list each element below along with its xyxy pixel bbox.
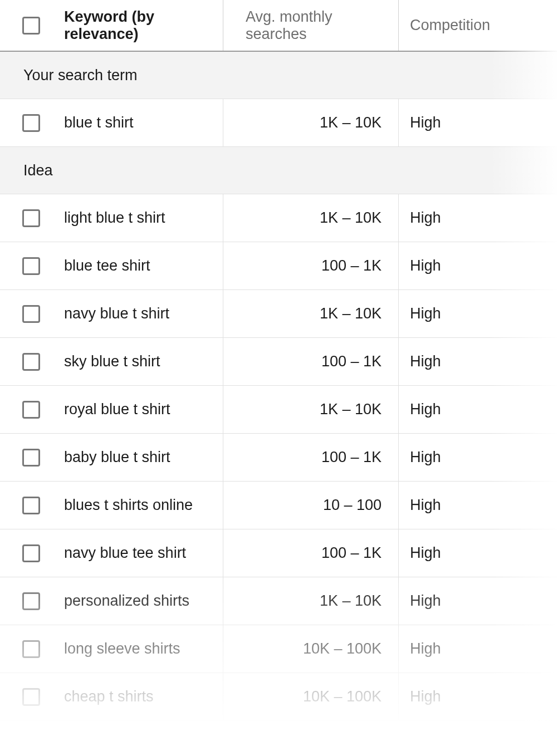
- searches-cell: 10K – 100K: [223, 673, 398, 720]
- competition-cell: High: [398, 577, 557, 625]
- keyword-table: Keyword (by relevance) Avg. monthly sear…: [0, 0, 557, 721]
- row-checkbox[interactable]: [22, 449, 40, 467]
- header-keyword[interactable]: Keyword (by relevance): [64, 8, 223, 43]
- searches-cell: 1K – 10K: [223, 194, 398, 242]
- table-header-row: Keyword (by relevance) Avg. monthly sear…: [0, 0, 557, 52]
- row-checkbox[interactable]: [22, 592, 40, 610]
- keyword-cell[interactable]: royal blue t shirt: [64, 401, 223, 418]
- table-row: sky blue t shirt100 – 1KHigh: [0, 338, 557, 386]
- row-checkbox[interactable]: [22, 688, 40, 706]
- table-row: navy blue tee shirt100 – 1KHigh: [0, 529, 557, 577]
- competition-cell: High: [398, 194, 557, 242]
- row-checkbox[interactable]: [22, 401, 40, 419]
- section-header-label: Your search term: [23, 67, 138, 84]
- row-checkbox[interactable]: [22, 257, 40, 275]
- searches-cell: 1K – 10K: [223, 386, 398, 433]
- competition-cell: High: [398, 529, 557, 577]
- table-row: long sleeve shirts10K – 100KHigh: [0, 625, 557, 673]
- searches-cell: 1K – 10K: [223, 99, 398, 146]
- searches-cell: 1K – 10K: [223, 290, 398, 337]
- keyword-cell[interactable]: cheap t shirts: [64, 688, 223, 705]
- keyword-cell[interactable]: light blue t shirt: [64, 209, 223, 227]
- searches-cell: 10 – 100: [223, 482, 398, 529]
- searches-cell: 1K – 10K: [223, 577, 398, 625]
- keyword-cell[interactable]: navy blue t shirt: [64, 305, 223, 322]
- competition-cell: High: [398, 386, 557, 433]
- row-checkbox[interactable]: [22, 544, 40, 562]
- competition-cell: High: [398, 290, 557, 337]
- table-row: cheap t shirts10K – 100KHigh: [0, 673, 557, 721]
- keyword-cell[interactable]: blue t shirt: [64, 114, 223, 131]
- header-competition[interactable]: Competition: [398, 0, 557, 51]
- row-checkbox[interactable]: [22, 114, 40, 132]
- keyword-cell[interactable]: personalized shirts: [64, 592, 223, 610]
- row-checkbox[interactable]: [22, 305, 40, 323]
- competition-cell: High: [398, 482, 557, 529]
- competition-cell: High: [398, 673, 557, 720]
- table-row: blue t shirt1K – 10KHigh: [0, 99, 557, 147]
- section-header: Your search term: [0, 52, 557, 99]
- keyword-cell[interactable]: sky blue t shirt: [64, 353, 223, 370]
- table-row: personalized shirts1K – 10KHigh: [0, 577, 557, 625]
- section-header-label: Idea: [23, 162, 53, 179]
- competition-cell: High: [398, 99, 557, 146]
- row-checkbox[interactable]: [22, 209, 40, 227]
- competition-cell: High: [398, 625, 557, 672]
- competition-cell: High: [398, 434, 557, 481]
- row-checkbox[interactable]: [22, 497, 40, 514]
- table-row: light blue t shirt1K – 10KHigh: [0, 194, 557, 242]
- table-row: baby blue t shirt100 – 1KHigh: [0, 434, 557, 482]
- searches-cell: 10K – 100K: [223, 625, 398, 672]
- keyword-cell[interactable]: blues t shirts online: [64, 497, 223, 514]
- searches-cell: 100 – 1K: [223, 338, 398, 385]
- keyword-cell[interactable]: baby blue t shirt: [64, 449, 223, 466]
- searches-cell: 100 – 1K: [223, 434, 398, 481]
- searches-cell: 100 – 1K: [223, 529, 398, 577]
- table-row: navy blue t shirt1K – 10KHigh: [0, 290, 557, 338]
- row-checkbox[interactable]: [22, 353, 40, 371]
- select-all-checkbox[interactable]: [22, 17, 40, 35]
- keyword-cell[interactable]: navy blue tee shirt: [64, 544, 223, 562]
- table-row: royal blue t shirt1K – 10KHigh: [0, 386, 557, 434]
- searches-cell: 100 – 1K: [223, 242, 398, 289]
- table-row: blues t shirts online10 – 100High: [0, 482, 557, 529]
- table-row: blue tee shirt100 – 1KHigh: [0, 242, 557, 290]
- header-searches[interactable]: Avg. monthly searches: [223, 0, 398, 51]
- section-header: Idea: [0, 147, 557, 194]
- competition-cell: High: [398, 242, 557, 289]
- keyword-cell[interactable]: blue tee shirt: [64, 257, 223, 274]
- keyword-cell[interactable]: long sleeve shirts: [64, 640, 223, 657]
- competition-cell: High: [398, 338, 557, 385]
- row-checkbox[interactable]: [22, 640, 40, 658]
